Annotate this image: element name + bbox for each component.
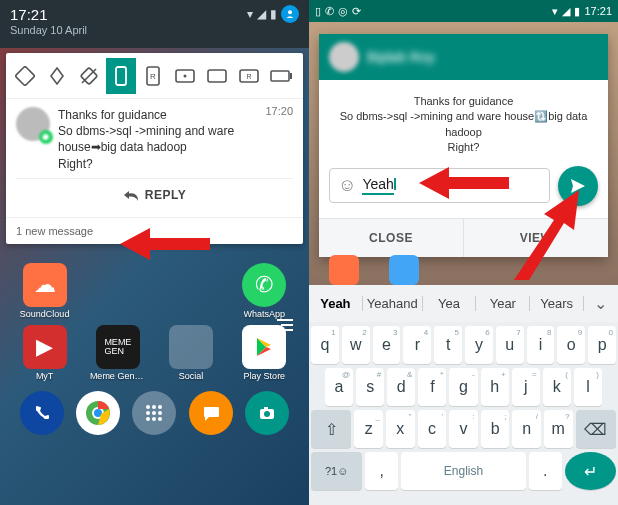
emoji-icon[interactable]: ☺ — [338, 175, 356, 196]
rotate-option-icon[interactable] — [42, 58, 72, 94]
backspace-key[interactable]: ⌫ — [576, 410, 616, 448]
whatsapp-notification[interactable]: 17:20 Thanks for guidance So dbms->sql -… — [6, 99, 303, 217]
battery-icon: ▮ — [574, 5, 580, 18]
period-key[interactable]: . — [529, 452, 562, 490]
suggestion[interactable]: Years — [530, 296, 584, 311]
suggestion[interactable]: Year — [476, 296, 530, 311]
suggestions-expand-icon[interactable]: ⌄ — [584, 294, 618, 313]
key-g[interactable]: g- — [449, 368, 477, 406]
app-social-folder[interactable]: Social — [163, 325, 219, 381]
key-d[interactable]: d& — [387, 368, 415, 406]
key-b[interactable]: b; — [481, 410, 510, 448]
status-icons: ▾ ◢ ▮ — [247, 5, 299, 23]
send-button[interactable] — [558, 166, 598, 206]
key-t[interactable]: t5 — [434, 326, 462, 364]
svg-line-3 — [82, 69, 96, 83]
key-l[interactable]: l) — [574, 368, 602, 406]
rotate-option-icon[interactable] — [74, 58, 104, 94]
status-time: 17:21 — [10, 6, 48, 23]
svg-rect-12 — [271, 71, 289, 81]
rotate-option-icon[interactable] — [170, 58, 200, 94]
space-key[interactable]: English — [401, 452, 526, 490]
dock-camera[interactable] — [245, 391, 289, 435]
keyboard-suggestions: Yeah Yeahand Yea Year Years ⌄ — [309, 285, 618, 322]
status-bar: ▯ ✆ ◎ ⟳ ▾ ◢ ▮ 17:21 — [309, 0, 618, 22]
search-status-icon: ◎ — [338, 5, 348, 18]
svg-rect-13 — [290, 73, 292, 79]
svg-point-22 — [158, 405, 162, 409]
rotate-option-icon[interactable] — [202, 58, 232, 94]
suggestion[interactable]: Yea — [423, 296, 477, 311]
dialog-header: Biplab Roy — [319, 34, 608, 80]
dock-phone[interactable] — [20, 391, 64, 435]
app-soundcloud[interactable]: ☁SoundCloud — [17, 263, 73, 319]
profile-icon[interactable] — [281, 5, 299, 23]
keyboard: q1w2e3r4t5y6u7i8o9p0 a@s#d&f*g-h+j=k(l) … — [309, 322, 618, 505]
key-q[interactable]: q1 — [311, 326, 339, 364]
status-bar: 17:21 ▾ ◢ ▮ Sunday 10 April — [0, 0, 309, 48]
svg-point-8 — [184, 74, 187, 77]
svg-point-20 — [146, 405, 150, 409]
key-h[interactable]: h+ — [481, 368, 509, 406]
reply-button[interactable]: REPLY — [16, 179, 293, 211]
reply-icon — [123, 188, 139, 202]
key-o[interactable]: o9 — [557, 326, 585, 364]
contact-avatar — [329, 42, 359, 72]
svg-text:R: R — [150, 72, 156, 81]
key-v[interactable]: v: — [449, 410, 478, 448]
key-c[interactable]: c' — [418, 410, 447, 448]
suggestion[interactable]: Yeahand — [363, 296, 423, 311]
rotate-option-active-icon[interactable] — [106, 58, 136, 94]
key-u[interactable]: u7 — [496, 326, 524, 364]
dock-chrome[interactable] — [76, 391, 120, 435]
shift-key[interactable]: ⇧ — [311, 410, 351, 448]
svg-rect-31 — [264, 407, 268, 410]
key-n[interactable]: n/ — [512, 410, 541, 448]
key-r[interactable]: r4 — [403, 326, 431, 364]
dock-appdrawer[interactable] — [132, 391, 176, 435]
svg-text:R: R — [246, 73, 251, 80]
key-w[interactable]: w2 — [342, 326, 370, 364]
key-s[interactable]: s# — [356, 368, 384, 406]
menu-lines-icon[interactable] — [273, 317, 295, 337]
left-screenshot: 17:21 ▾ ◢ ▮ Sunday 10 April R R — [0, 0, 309, 505]
key-a[interactable]: a@ — [325, 368, 353, 406]
key-p[interactable]: p0 — [588, 326, 616, 364]
close-button[interactable]: CLOSE — [319, 219, 464, 257]
app-whatsapp[interactable]: ✆WhatsApp — [236, 263, 292, 319]
rotate-option-icon[interactable]: R — [234, 58, 264, 94]
contact-avatar — [16, 107, 50, 141]
key-m[interactable]: m? — [544, 410, 573, 448]
suggestion[interactable]: Yeah — [309, 296, 363, 311]
status-time: 17:21 — [584, 5, 612, 17]
rotate-option-icon[interactable] — [266, 58, 296, 94]
svg-point-0 — [288, 10, 292, 14]
symbols-key[interactable]: ?1☺ — [311, 452, 362, 490]
whatsapp-status-icon: ✆ — [325, 5, 334, 18]
app-meme[interactable]: MEMEGENMeme Generat — [90, 325, 146, 381]
key-x[interactable]: x" — [386, 410, 415, 448]
key-z[interactable]: z_ — [354, 410, 383, 448]
key-k[interactable]: k( — [543, 368, 571, 406]
key-e[interactable]: e3 — [373, 326, 401, 364]
dialog-backdrop: Biplab Roy Thanks for guidance So dbms->… — [309, 22, 618, 285]
notification-footer[interactable]: 1 new message — [6, 217, 303, 244]
key-j[interactable]: j= — [512, 368, 540, 406]
view-button[interactable]: VIEW — [464, 219, 608, 257]
rotate-option-icon[interactable]: R — [138, 58, 168, 94]
key-f[interactable]: f* — [418, 368, 446, 406]
wifi-icon: ▾ — [247, 7, 253, 21]
reply-input[interactable]: ☺ Yeah — [329, 168, 550, 203]
signal-icon: ◢ — [562, 5, 570, 18]
key-y[interactable]: y6 — [465, 326, 493, 364]
send-icon — [569, 177, 587, 195]
key-i[interactable]: i8 — [527, 326, 555, 364]
phone-status-icon: ▯ — [315, 5, 321, 18]
svg-point-27 — [152, 417, 156, 421]
enter-key[interactable]: ↵ — [565, 452, 616, 490]
whatsapp-badge-icon — [39, 130, 53, 144]
rotate-option-icon[interactable] — [10, 58, 40, 94]
app-myt[interactable]: ▶MyT — [17, 325, 73, 381]
comma-key[interactable]: , — [365, 452, 398, 490]
dock-messages[interactable] — [189, 391, 233, 435]
